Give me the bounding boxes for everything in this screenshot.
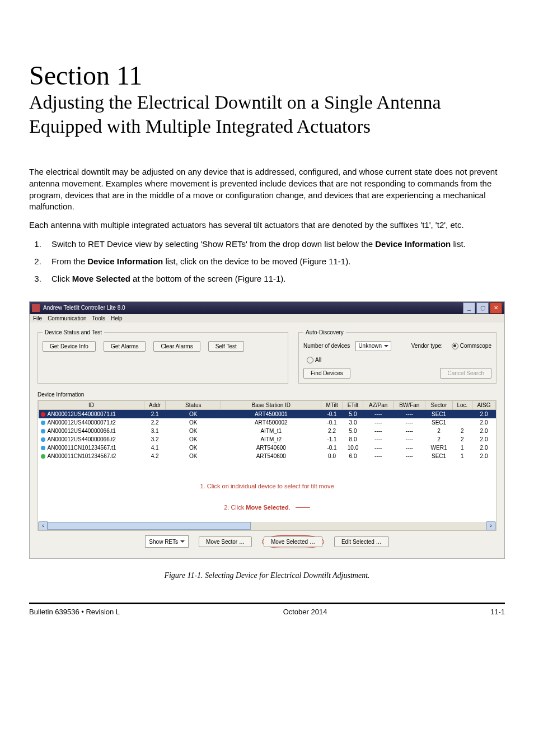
horizontal-scrollbar[interactable]: ‹ › xyxy=(38,522,496,530)
arrow-icon xyxy=(296,507,310,508)
get-alarms-button[interactable]: Get Alarms xyxy=(104,341,146,352)
section-number: Section 11 xyxy=(29,62,505,90)
app-icon xyxy=(32,304,40,312)
cancel-search-button[interactable]: Cancel Search xyxy=(440,368,491,379)
table-row[interactable]: AN000012US440000066.t23.2OKAITM_t2-1.18.… xyxy=(39,435,496,444)
col-etilt[interactable]: ETilt xyxy=(343,400,363,409)
col-base[interactable]: Base Station ID xyxy=(221,400,321,409)
scroll-thumb[interactable] xyxy=(48,522,251,530)
menubar: File Communication Tools Help xyxy=(30,314,504,323)
col-loc[interactable]: Loc. xyxy=(452,400,472,409)
status-dot-icon xyxy=(41,421,45,425)
status-dot-icon xyxy=(41,412,45,417)
move-selected-button[interactable]: Move Selected … xyxy=(264,536,322,547)
scroll-left-button[interactable]: ‹ xyxy=(39,521,48,530)
num-devices-select[interactable]: Unknown xyxy=(355,341,391,351)
vendor-type-label: Vendor type: xyxy=(411,343,443,349)
app-window: Andrew Teletilt Controller Lite 8.0 _ ▢ … xyxy=(29,301,505,559)
col-sector[interactable]: Sector xyxy=(425,400,452,409)
scroll-track[interactable] xyxy=(48,522,486,530)
menu-help[interactable]: Help xyxy=(111,315,123,321)
status-dot-icon xyxy=(41,429,45,433)
col-id[interactable]: ID xyxy=(39,400,144,409)
status-dot-icon xyxy=(41,446,45,450)
device-status-legend: Device Status and Test xyxy=(43,329,104,335)
clear-alarms-button[interactable]: Clear Alarms xyxy=(153,341,200,352)
menu-tools[interactable]: Tools xyxy=(92,315,105,321)
radio-all[interactable]: All xyxy=(307,357,321,363)
intro-paragraph-2: Each antenna with multiple integrated ac… xyxy=(29,220,505,231)
move-selected-highlight: Move Selected … xyxy=(262,535,324,548)
footer-left: Bulletin 639536 • Revision L xyxy=(29,608,120,616)
table-header: ID Addr Status Base Station ID MTilt ETi… xyxy=(39,400,496,409)
col-azpan[interactable]: AZ/Pan xyxy=(363,400,394,409)
view-select[interactable]: Show RETs xyxy=(145,535,189,548)
footer-right: 11-1 xyxy=(490,608,505,616)
status-dot-icon xyxy=(41,437,45,442)
step-3: Click Move Selected at the bottom of the… xyxy=(44,273,505,284)
window-title: Andrew Teletilt Controller Lite 8.0 xyxy=(43,305,125,311)
radio-commscope[interactable]: Commscope xyxy=(452,343,491,349)
chevron-down-icon xyxy=(384,345,388,347)
status-dot-icon xyxy=(41,454,45,459)
maximize-button[interactable]: ▢ xyxy=(476,302,489,314)
col-mtilt[interactable]: MTilt xyxy=(321,400,343,409)
num-devices-label: Number of devices xyxy=(303,343,350,349)
table-row[interactable]: AN000011CN101234567.t14.1OKART540600-0.1… xyxy=(39,444,496,452)
step-1: Switch to RET Device view by selecting '… xyxy=(44,238,505,250)
col-aisg[interactable]: AISG xyxy=(472,400,496,409)
auto-discovery-legend: Auto-Discovery xyxy=(303,329,346,335)
minimize-button[interactable]: _ xyxy=(463,302,475,314)
self-test-button[interactable]: Self Test xyxy=(208,341,244,352)
scroll-right-button[interactable]: › xyxy=(486,521,495,530)
device-table: ID Addr Status Base Station ID MTilt ETi… xyxy=(38,400,496,531)
table-row[interactable]: AN000012US440000071.t12.1OKART4500001-0.… xyxy=(39,409,496,418)
close-button[interactable]: ✕ xyxy=(490,302,502,314)
section-title: Adjusting the Electrical Downtilt on a S… xyxy=(29,91,505,138)
menu-file[interactable]: File xyxy=(33,315,42,321)
auto-discovery-group: Auto-Discovery Number of devices Unknown… xyxy=(298,329,496,384)
col-addr[interactable]: Addr xyxy=(144,400,166,409)
move-sector-button[interactable]: Move Sector … xyxy=(199,536,252,547)
figure-caption: Figure 11-1. Selecting Device for Electr… xyxy=(29,571,505,580)
step-2: From the Device Information list, click … xyxy=(44,255,505,267)
col-status[interactable]: Status xyxy=(166,400,221,409)
table-row[interactable]: AN000011CN101234567.t24.2OKART5406000.06… xyxy=(39,452,496,460)
callout-2: 2. Click Move Selected. xyxy=(38,504,496,511)
callout-1: 1. Click on individual device to select … xyxy=(38,483,496,489)
table-row[interactable]: AN000012US440000071.t22.2OKART4500002-0.… xyxy=(39,418,496,427)
device-status-group: Device Status and Test Get Device Info G… xyxy=(38,329,288,384)
get-device-info-button[interactable]: Get Device Info xyxy=(43,341,96,352)
footer-rule xyxy=(29,603,505,604)
chevron-down-icon xyxy=(180,540,185,543)
intro-paragraph-1: The electrical downtilt may be adjusted … xyxy=(29,166,505,213)
find-devices-button[interactable]: Find Devices xyxy=(303,368,350,379)
footer-center: October 2014 xyxy=(283,608,327,616)
edit-selected-button[interactable]: Edit Selected … xyxy=(334,536,389,547)
device-information-label: Device Information xyxy=(38,391,496,398)
table-row[interactable]: AN000012US440000066.t13.1OKAITM_t12.25.0… xyxy=(39,427,496,435)
titlebar[interactable]: Andrew Teletilt Controller Lite 8.0 _ ▢ … xyxy=(30,302,504,314)
menu-communication[interactable]: Communication xyxy=(48,315,86,321)
col-bwfan[interactable]: BW/Fan xyxy=(394,400,425,409)
